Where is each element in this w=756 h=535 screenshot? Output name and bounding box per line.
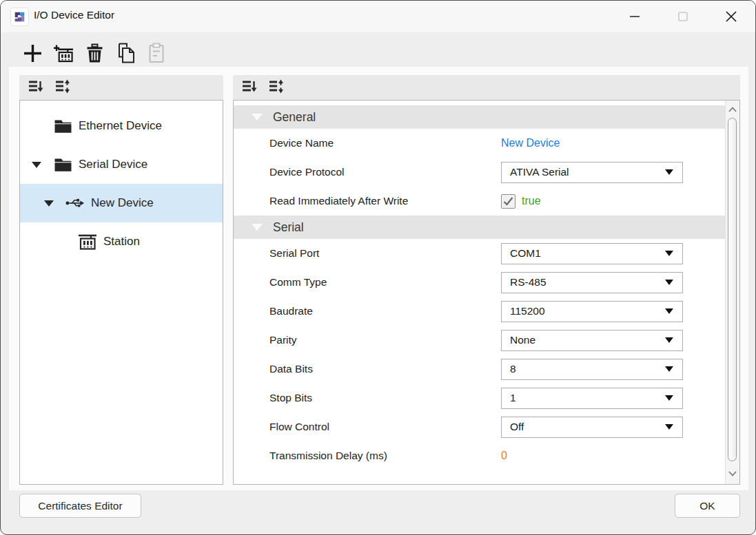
property-row-flow-control: Flow Control Off — [234, 412, 725, 441]
collapse-section-icon — [252, 114, 263, 120]
section-general-header[interactable]: General — [234, 105, 725, 129]
checkmark-icon — [503, 197, 513, 206]
property-row-parity: Parity None — [234, 326, 725, 355]
baudrate-dropdown[interactable]: 115200 — [501, 301, 683, 322]
property-row-stop-bits: Stop Bits 1 — [234, 384, 725, 412]
expand-collapse-icon — [54, 78, 70, 94]
parity-dropdown[interactable]: None — [501, 330, 683, 351]
comm-type-dropdown[interactable]: RS-485 — [501, 272, 683, 293]
maximize-button — [666, 1, 699, 32]
ok-button[interactable]: OK — [675, 494, 740, 518]
property-label: Baudrate — [269, 305, 501, 317]
device-name-value[interactable]: New Device — [501, 137, 560, 149]
expand-collapse-icon — [268, 78, 284, 94]
properties-panel: General Device Name New Device Device Pr… — [233, 75, 740, 485]
tree-item-ethernet-device[interactable]: Ethernet Device — [20, 107, 223, 145]
tree-item-station[interactable]: Station — [20, 222, 223, 261]
dropdown-value: ATIVA Serial — [510, 166, 569, 178]
expand-collapse-button[interactable] — [268, 78, 284, 97]
chevron-down-icon — [665, 337, 673, 343]
scrollbar-thumb[interactable] — [728, 118, 737, 461]
flow-control-dropdown[interactable]: Off — [501, 417, 683, 438]
property-label: Stop Bits — [269, 392, 501, 404]
delete-device-button[interactable] — [84, 41, 105, 65]
property-label: Data Bits — [269, 363, 501, 375]
copy-device-button[interactable] — [115, 41, 136, 65]
add-icon — [23, 43, 43, 63]
delete-icon — [85, 43, 104, 63]
property-label: Flow Control — [269, 421, 501, 433]
dropdown-value: COM1 — [510, 247, 541, 260]
add-device-button[interactable] — [22, 41, 43, 65]
expander-icon[interactable] — [44, 200, 54, 207]
minimize-button[interactable] — [618, 1, 651, 32]
io-device-editor-window: I/O Device Editor — [0, 0, 756, 535]
property-label: Serial Port — [269, 247, 501, 260]
scroll-up-button[interactable] — [726, 103, 739, 116]
tree-item-label: Serial Device — [79, 158, 147, 171]
read-immediately-checkbox[interactable] — [501, 194, 515, 209]
section-serial-header[interactable]: Serial — [234, 216, 725, 239]
chevron-down-icon — [665, 308, 673, 314]
sort-list-icon — [241, 78, 257, 94]
expand-collapse-button[interactable] — [54, 78, 70, 97]
sort-list-button[interactable] — [28, 78, 43, 97]
property-label: Device Name — [269, 137, 501, 149]
device-tree-panel: Ethernet Device Serial Device — [19, 75, 223, 485]
tree-item-serial-device[interactable]: Serial Device — [20, 145, 223, 184]
dropdown-value: None — [510, 334, 535, 346]
tree-item-label: Ethernet Device — [79, 119, 162, 133]
properties-body: General Device Name New Device Device Pr… — [233, 100, 740, 485]
scroll-down-button[interactable] — [726, 467, 739, 481]
property-label: Comm Type — [269, 276, 501, 289]
property-row-data-bits: Data Bits 8 — [234, 355, 725, 384]
chevron-down-icon — [665, 169, 673, 175]
usb-icon — [65, 194, 85, 212]
dropdown-value: 115200 — [510, 305, 545, 317]
serial-port-dropdown[interactable]: COM1 — [501, 243, 683, 264]
dropdown-value: 1 — [510, 392, 516, 404]
property-label: Transmission Delay (ms) — [269, 450, 501, 462]
tree-item-label: New Device — [91, 196, 154, 210]
certificates-editor-button[interactable]: Certificates Editor — [19, 494, 141, 518]
copy-icon — [116, 43, 135, 63]
window-title: I/O Device Editor — [34, 9, 114, 21]
dropdown-value: RS-485 — [510, 276, 546, 289]
property-row-comm-type: Comm Type RS-485 — [234, 268, 725, 297]
property-row-serial-port: Serial Port COM1 — [234, 239, 725, 268]
data-bits-dropdown[interactable]: 8 — [501, 359, 683, 380]
chevron-down-icon — [665, 366, 673, 372]
folder-icon — [53, 117, 72, 135]
add-station-button[interactable] — [53, 41, 74, 65]
device-protocol-dropdown[interactable]: ATIVA Serial — [501, 162, 683, 183]
tree-item-label: Station — [103, 235, 140, 249]
chevron-down-icon — [665, 424, 673, 430]
properties-content: General Device Name New Device Device Pr… — [234, 101, 725, 484]
certificates-editor-label: Certificates Editor — [38, 500, 122, 512]
sort-list-button[interactable] — [241, 78, 257, 97]
property-row-baudrate: Baudrate 115200 — [234, 297, 725, 326]
properties-sort-toolbar — [233, 75, 740, 100]
vertical-scrollbar[interactable] — [725, 101, 739, 484]
close-icon — [724, 9, 739, 24]
property-label: Parity — [269, 334, 501, 346]
device-tree: Ethernet Device Serial Device — [19, 100, 223, 485]
sort-list-icon — [28, 78, 43, 94]
expander-icon[interactable] — [32, 162, 41, 168]
toolbar — [22, 41, 167, 65]
paste-icon — [147, 43, 165, 63]
chevron-down-icon — [665, 251, 673, 256]
collapse-section-icon — [252, 224, 263, 231]
close-button[interactable] — [715, 1, 748, 32]
maximize-icon — [675, 9, 691, 24]
section-label: Serial — [273, 220, 304, 235]
dropdown-value: Off — [510, 421, 524, 433]
chevron-down-icon — [665, 395, 673, 401]
transmission-delay-value[interactable]: 0 — [501, 450, 507, 462]
tree-item-new-device[interactable]: New Device — [20, 184, 223, 222]
property-row-transmission-delay: Transmission Delay (ms) 0 — [234, 441, 725, 470]
property-label: Read Immediately After Write — [269, 195, 501, 207]
titlebar: I/O Device Editor — [1, 1, 755, 32]
stop-bits-dropdown[interactable]: 1 — [501, 388, 683, 409]
chevron-down-icon — [728, 470, 737, 477]
